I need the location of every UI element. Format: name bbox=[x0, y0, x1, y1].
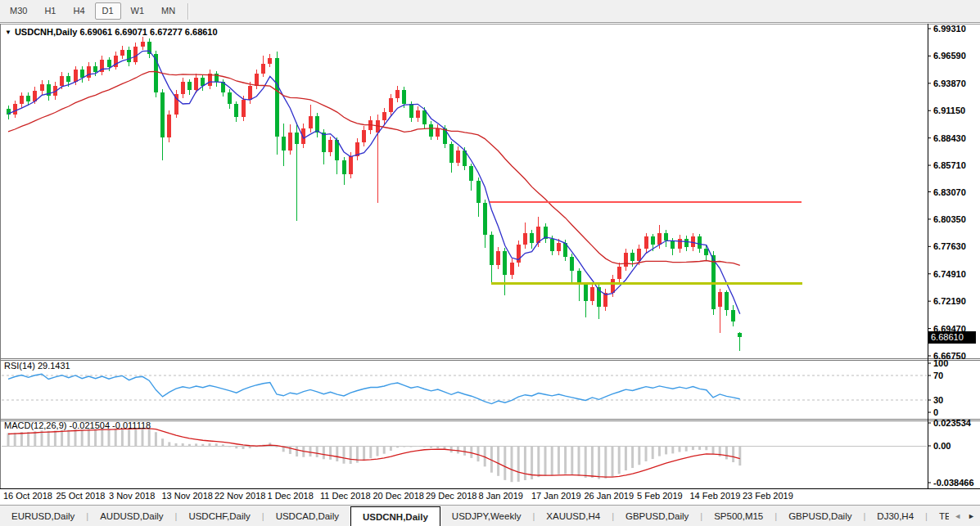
symbol-tab-USDCNH-Daily[interactable]: USDCNH,Daily bbox=[350, 506, 440, 526]
svg-text:8 Jan 2019: 8 Jan 2019 bbox=[479, 491, 523, 501]
svg-text:6.96590: 6.96590 bbox=[933, 51, 966, 61]
tab-scroll-controls: ◄► bbox=[949, 506, 980, 526]
timeframe-button-M30[interactable]: M30 bbox=[2, 2, 34, 20]
symbol-tab-GBPUSD-Daily[interactable]: GBPUSD,Daily bbox=[777, 506, 863, 526]
svg-text:25 Oct 2018: 25 Oct 2018 bbox=[56, 491, 106, 501]
svg-text:17 Jan 2019: 17 Jan 2019 bbox=[531, 491, 581, 501]
svg-text:6.93870: 6.93870 bbox=[933, 79, 966, 88]
symbol-tab-DJ30-H4[interactable]: DJ30,H4 bbox=[865, 506, 925, 526]
symbol-tab-USDCHF-Daily[interactable]: USDCHF,Daily bbox=[177, 506, 261, 526]
symbol-tab-XAUUSD-H4[interactable]: XAUUSD,H4 bbox=[535, 506, 612, 526]
chart-title: ▼USDCNH,Daily 6.69061 6.69071 6.67277 6.… bbox=[5, 27, 218, 37]
svg-text:6.74910: 6.74910 bbox=[933, 269, 966, 279]
svg-text:13 Nov 2018: 13 Nov 2018 bbox=[162, 491, 213, 501]
current-price-box: 6.68610 bbox=[928, 331, 976, 344]
symbol-tab-GBPUSD-Daily[interactable]: GBPUSD,Daily bbox=[614, 506, 700, 526]
svg-text:23 Feb 2019: 23 Feb 2019 bbox=[743, 491, 793, 501]
symbol-tab-USDJPY-Weekly[interactable]: USDJPY,Weekly bbox=[440, 506, 533, 526]
svg-text:6.77630: 6.77630 bbox=[933, 241, 966, 251]
timeframe-button-H1[interactable]: H1 bbox=[37, 2, 63, 20]
macd-indicator-label: MACD(12,26,9) -0.021504 -0.011118 bbox=[4, 420, 151, 430]
svg-text:6.85710: 6.85710 bbox=[933, 160, 966, 170]
svg-text:3 Nov 2018: 3 Nov 2018 bbox=[109, 491, 155, 501]
svg-text:20 Dec 2018: 20 Dec 2018 bbox=[373, 491, 424, 501]
svg-text:0: 0 bbox=[933, 407, 938, 417]
rsi-indicator-label: RSI(14) 29.1431 bbox=[4, 361, 70, 371]
svg-text:6.72190: 6.72190 bbox=[933, 296, 966, 306]
svg-text:-0.038466: -0.038466 bbox=[933, 478, 974, 488]
symbol-tab-EURUSD-Daily[interactable]: EURUSD,Daily bbox=[0, 506, 86, 526]
svg-text:0.023534: 0.023534 bbox=[933, 418, 972, 428]
svg-text:16 Oct 2018: 16 Oct 2018 bbox=[3, 491, 52, 501]
chart-title-text: USDCNH,Daily 6.69061 6.69071 6.67277 6.6… bbox=[15, 27, 218, 37]
timeframe-button-D1[interactable]: D1 bbox=[95, 2, 121, 20]
svg-text:6.80350: 6.80350 bbox=[933, 214, 966, 224]
svg-text:6.83070: 6.83070 bbox=[933, 187, 966, 197]
timeframe-button-W1[interactable]: W1 bbox=[124, 2, 152, 20]
tabs-scroll-right-icon[interactable]: ► bbox=[968, 512, 975, 520]
timeframe-button-MN[interactable]: MN bbox=[154, 2, 183, 20]
timeframe-toolbar: M30H1H4D1W1MN bbox=[0, 0, 980, 23]
toolbar-separator bbox=[187, 3, 189, 20]
svg-text:26 Jan 2019: 26 Jan 2019 bbox=[585, 491, 635, 501]
date-axis[interactable]: 16 Oct 201825 Oct 20183 Nov 201813 Nov 2… bbox=[3, 491, 793, 501]
svg-text:6.99310: 6.99310 bbox=[933, 24, 966, 34]
symbol-tab-SP500-M15[interactable]: SP500,M15 bbox=[702, 506, 775, 526]
svg-text:70: 70 bbox=[933, 371, 943, 380]
symbol-tab-USDCAD-Daily[interactable]: USDCAD,Daily bbox=[264, 506, 350, 526]
svg-text:22 Nov 2018: 22 Nov 2018 bbox=[215, 491, 265, 501]
svg-text:5 Feb 2019: 5 Feb 2019 bbox=[637, 491, 683, 501]
tabs-scroll-left-icon[interactable]: ◄ bbox=[954, 512, 961, 520]
chart-canvas[interactable]: 6.993106.965906.938706.911506.884306.857… bbox=[0, 0, 980, 526]
svg-text:14 Feb 2019: 14 Feb 2019 bbox=[690, 491, 741, 501]
svg-text:0.00: 0.00 bbox=[933, 441, 951, 451]
svg-text:1 Dec 2018: 1 Dec 2018 bbox=[268, 491, 314, 501]
symbol-tab-AUDUSD-Daily[interactable]: AUDUSD,Daily bbox=[88, 506, 174, 526]
svg-text:29 Dec 2018: 29 Dec 2018 bbox=[426, 491, 476, 501]
svg-text:30: 30 bbox=[933, 395, 943, 405]
trading-terminal-window: M30H1H4D1W1MN 6.993106.965906.938706.911… bbox=[0, 0, 980, 526]
svg-text:6.88430: 6.88430 bbox=[933, 133, 966, 143]
symbol-tabbar: EURUSD,Daily|AUDUSD,Daily|USDCHF,Daily|U… bbox=[0, 505, 980, 526]
timeframe-button-H4[interactable]: H4 bbox=[65, 2, 92, 20]
svg-text:6.91150: 6.91150 bbox=[933, 106, 965, 115]
svg-text:11 Dec 2018: 11 Dec 2018 bbox=[320, 491, 371, 501]
svg-text:100: 100 bbox=[933, 358, 948, 368]
chart-dropdown-icon[interactable]: ▼ bbox=[5, 29, 11, 36]
